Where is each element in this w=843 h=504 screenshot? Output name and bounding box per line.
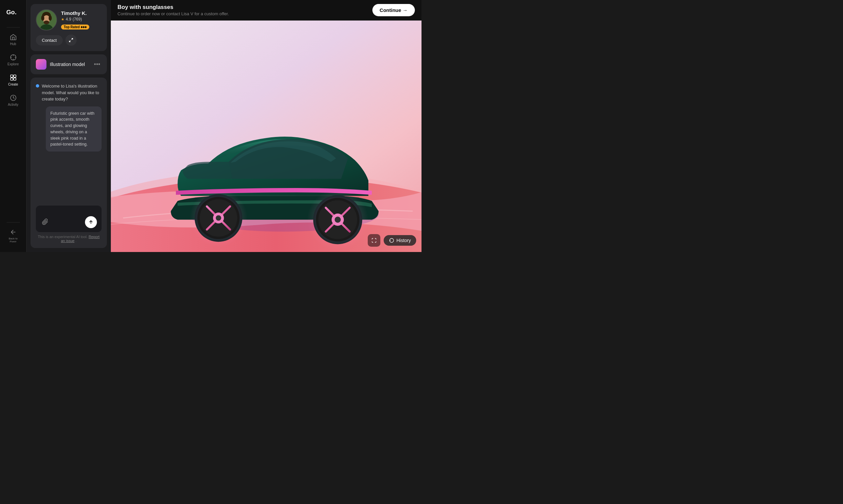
top-bar: Boy with sunglasses Continue to order no…: [111, 0, 422, 21]
badge-stars: ◆◆◆: [81, 25, 87, 29]
attach-button[interactable]: [40, 217, 50, 228]
bot-indicator: [36, 84, 39, 88]
review-count: (769): [73, 17, 82, 21]
expand-image-button[interactable]: [368, 234, 380, 247]
svg-rect-3: [13, 75, 16, 77]
model-info: Illustration model: [36, 59, 85, 70]
chat-messages: Welcome to Lisa's illustration model. Wh…: [36, 83, 102, 202]
history-label: History: [396, 238, 411, 243]
model-card: Illustration model •••: [31, 54, 107, 74]
generated-image: [111, 21, 422, 252]
top-bar-info: Boy with sunglasses Continue to order no…: [118, 4, 229, 16]
sidebar-divider: [7, 27, 20, 28]
svg-point-11: [49, 15, 52, 21]
continue-button[interactable]: Continue →: [372, 4, 415, 16]
profile-actions: Contact: [36, 35, 102, 46]
profile-info: Timothy K. ★ 4.9 (769) Top Rated ◆◆◆: [61, 10, 102, 30]
bot-text: Welcome to Lisa's illustration model. Wh…: [42, 83, 102, 103]
profile-name: Timothy K.: [61, 10, 102, 16]
disclaimer: This is an experimental AI tool. Report …: [36, 235, 102, 243]
send-button[interactable]: [85, 216, 97, 228]
right-panel: Boy with sunglasses Continue to order no…: [111, 0, 422, 252]
sidebar-item-back[interactable]: Back to Fiverr: [3, 225, 24, 247]
sidebar-item-explore-label: Explore: [7, 62, 19, 66]
sidebar-item-create-label: Create: [8, 83, 18, 86]
sidebar: Go. Hub Explore Create Ac: [0, 0, 27, 252]
profile-header: Timothy K. ★ 4.9 (769) Top Rated ◆◆◆: [36, 9, 102, 31]
contact-button[interactable]: Contact: [36, 35, 63, 46]
bot-message: Welcome to Lisa's illustration model. Wh…: [36, 83, 102, 103]
profile-rating: ★ 4.9 (769): [61, 17, 102, 21]
chat-input-box: [36, 205, 102, 232]
chat-input[interactable]: [50, 212, 85, 228]
user-message: Futuristic green car with pink accents, …: [46, 106, 102, 152]
sidebar-divider-2: [7, 222, 20, 222]
svg-rect-2: [10, 75, 13, 77]
sidebar-item-hub-label: Hub: [10, 42, 16, 46]
sidebar-item-activity[interactable]: Activity: [3, 91, 24, 110]
svg-point-12: [44, 21, 49, 24]
image-subtitle: Continue to order now or contact Lisa V …: [118, 11, 229, 16]
image-controls: History: [368, 234, 416, 247]
sidebar-item-hub[interactable]: Hub: [3, 30, 24, 49]
svg-rect-4: [10, 78, 13, 80]
star-icon: ★: [61, 17, 64, 21]
image-title: Boy with sunglasses: [118, 4, 229, 11]
model-name: Illustration model: [50, 62, 85, 67]
app-logo: Go.: [4, 5, 23, 19]
main-content: Timothy K. ★ 4.9 (769) Top Rated ◆◆◆ Con…: [27, 0, 422, 252]
svg-text:Go.: Go.: [6, 8, 17, 15]
model-icon: [36, 59, 47, 70]
svg-point-23: [216, 215, 221, 220]
model-more-button[interactable]: •••: [92, 60, 102, 69]
sidebar-item-create[interactable]: Create: [3, 71, 24, 90]
svg-point-10: [41, 15, 44, 21]
chat-card: Welcome to Lisa's illustration model. Wh…: [31, 77, 107, 248]
top-rated-badge: Top Rated ◆◆◆: [61, 24, 89, 30]
sidebar-item-explore[interactable]: Explore: [3, 50, 24, 69]
rating-value: 4.9: [66, 17, 71, 21]
sidebar-item-back-label: Back to Fiverr: [5, 237, 21, 244]
sidebar-item-activity-label: Activity: [8, 103, 19, 106]
history-button[interactable]: History: [384, 235, 416, 246]
chat-input-area: This is an experimental AI tool. Report …: [36, 205, 102, 243]
svg-rect-5: [13, 78, 16, 80]
svg-point-29: [334, 217, 341, 222]
profile-card: Timothy K. ★ 4.9 (769) Top Rated ◆◆◆ Con…: [31, 4, 107, 51]
avatar: [36, 9, 57, 31]
sidebar-bottom: Back to Fiverr: [3, 221, 24, 247]
expand-profile-button[interactable]: [65, 35, 77, 46]
image-area: History: [111, 21, 422, 252]
left-panel: Timothy K. ★ 4.9 (769) Top Rated ◆◆◆ Con…: [27, 0, 111, 252]
